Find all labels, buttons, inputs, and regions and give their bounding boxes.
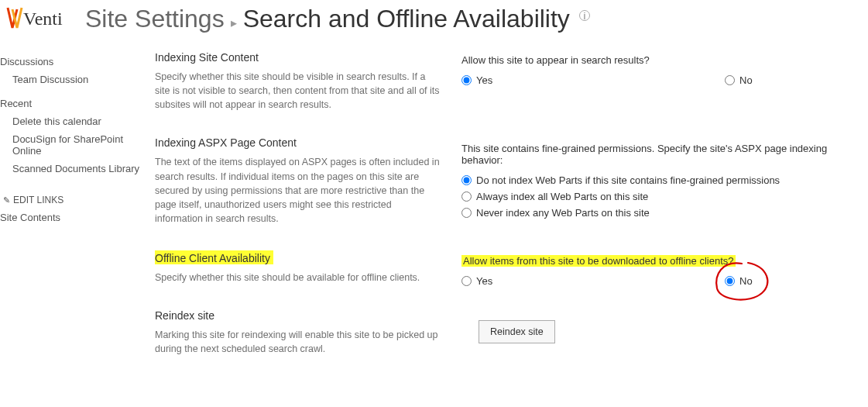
- radio-label-offline-no: No: [739, 275, 753, 287]
- section-title-indexing-site: Indexing Site Content: [155, 51, 441, 64]
- section-title-reindex: Reindex site: [155, 309, 441, 322]
- radio-search-no[interactable]: No: [725, 72, 753, 88]
- highlight-offline-title: Offline Client Availability: [155, 250, 273, 264]
- radio-label-aspx-1: Always index all Web Parts on this site: [476, 191, 648, 202]
- radio-label-offline-yes: Yes: [476, 275, 492, 287]
- radio-offline-yes[interactable]: Yes: [461, 273, 725, 289]
- radio-label-aspx-0: Do not index Web Parts if this site cont…: [476, 174, 780, 186]
- site-logo: Venti: [0, 5, 85, 33]
- section-title-indexing-aspx: Indexing ASPX Page Content: [155, 136, 441, 149]
- page-title: Search and Offline Availability: [243, 5, 570, 33]
- breadcrumb-parent[interactable]: Site Settings: [85, 5, 225, 33]
- radio-input-offline-no[interactable]: [725, 276, 735, 286]
- sidebar-head-discussions[interactable]: Discussions: [0, 51, 143, 71]
- edit-links[interactable]: ✎ EDIT LINKS: [0, 191, 143, 209]
- section-desc-reindex: Marking this site for reindexing will en…: [155, 328, 441, 356]
- svg-text:Venti: Venti: [23, 9, 63, 29]
- section-title-offline: Offline Client Availability: [155, 250, 441, 264]
- edit-links-label: EDIT LINKS: [13, 195, 63, 205]
- sidebar-item-scanned-docs[interactable]: Scanned Documents Library: [0, 160, 143, 178]
- question-aspx: This site contains fine-grained permissi…: [461, 143, 864, 166]
- sidebar-site-contents[interactable]: Site Contents: [0, 209, 143, 226]
- radio-label-no: No: [739, 74, 753, 86]
- radio-search-yes[interactable]: Yes: [461, 72, 725, 88]
- highlight-offline-question: Allow items from this site to be downloa…: [461, 255, 736, 267]
- sidebar-item-delete-calendar[interactable]: Delete this calendar: [0, 112, 143, 130]
- radio-input-search-yes[interactable]: [461, 75, 472, 85]
- radio-label-yes: Yes: [476, 74, 492, 86]
- pencil-icon: ✎: [3, 195, 10, 205]
- radio-input-aspx-2[interactable]: [461, 208, 472, 218]
- radio-label-aspx-2: Never index any Web Parts on this site: [476, 207, 650, 219]
- reindex-button[interactable]: Reindex site: [479, 320, 555, 343]
- sidebar-head-recent[interactable]: Recent: [0, 93, 143, 112]
- radio-input-aspx-1[interactable]: [461, 191, 472, 202]
- chevron-right-icon: ▸: [231, 16, 237, 30]
- radio-offline-no[interactable]: No: [725, 273, 753, 289]
- radio-input-offline-yes[interactable]: [461, 276, 472, 286]
- radio-input-search-no[interactable]: [725, 75, 735, 85]
- section-desc-indexing-aspx: The text of the items displayed on ASPX …: [155, 155, 441, 226]
- help-icon[interactable]: i: [579, 10, 590, 21]
- section-desc-offline: Specify whether this site should be avai…: [155, 271, 441, 285]
- section-desc-indexing-site: Specify whether this site should be visi…: [155, 70, 441, 112]
- radio-aspx-1[interactable]: Always index all Web Parts on this site: [461, 188, 864, 205]
- sidebar-item-team-discussion[interactable]: Team Discussion: [0, 71, 143, 88]
- sidebar-item-docusign[interactable]: DocuSign for SharePoint Online: [0, 130, 143, 160]
- quick-launch: Discussions Team Discussion Recent Delet…: [0, 51, 143, 373]
- question-search-results: Allow this site to appear in search resu…: [461, 54, 864, 66]
- breadcrumb: Site Settings ▸ Search and Offline Avail…: [85, 5, 590, 33]
- radio-input-aspx-0[interactable]: [461, 175, 472, 185]
- question-offline: Allow items from this site to be downloa…: [461, 255, 864, 267]
- radio-aspx-2[interactable]: Never index any Web Parts on this site: [461, 205, 864, 221]
- radio-aspx-0[interactable]: Do not index Web Parts if this site cont…: [461, 172, 864, 188]
